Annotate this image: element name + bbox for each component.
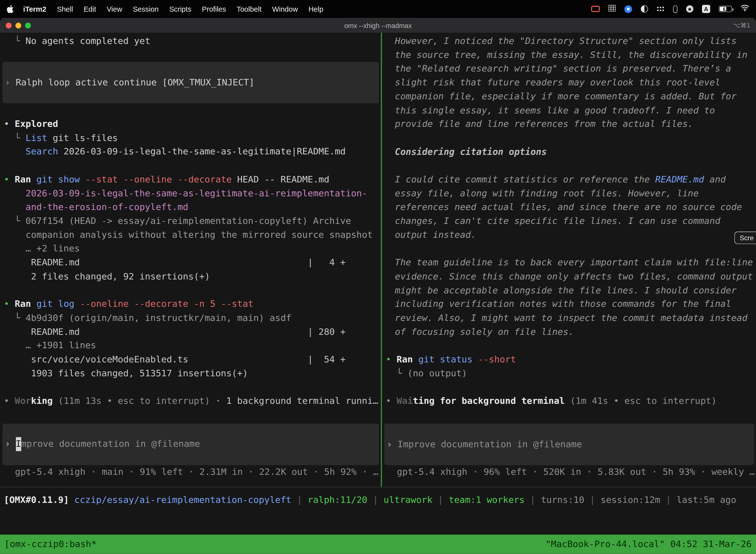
- more-lines-ellipsis: … +2 lines: [4, 242, 381, 256]
- diffstat-line: README.md | 280 +: [4, 325, 381, 339]
- bullet: •: [386, 396, 397, 406]
- reasoning-paragraph: However, I noticed the "Directory Struct…: [395, 34, 756, 131]
- omx-ralph-count: ralph:11/20: [308, 494, 367, 505]
- terminal: └ No agents completed yet › Ralph loop a…: [0, 33, 756, 554]
- blue-app-icon[interactable]: [624, 5, 632, 13]
- diffstat-line: README.md | 4 +: [4, 256, 381, 270]
- diffstat-summary: 1903 files changed, 513517 insertions(+): [4, 367, 381, 381]
- more-lines-ellipsis: … +1901 lines: [4, 339, 381, 353]
- omx-mode: ultrawork: [384, 494, 433, 505]
- commit-output-line: └ 067f154 (HEAD -> essay/ai-reimplementa…: [4, 214, 381, 228]
- diffstat-line: src/voice/voiceModeEnabled.ts | 54 +: [4, 353, 381, 367]
- menu-item-shell[interactable]: Shell: [52, 5, 78, 13]
- bullet: •: [4, 299, 15, 309]
- window-title: omx --xhigh --madmax: [0, 21, 756, 29]
- omx-session-time: session:12m: [601, 494, 660, 505]
- omx-version: [OMX#0.11.9]: [4, 494, 74, 505]
- pill-app-icon[interactable]: [673, 5, 677, 13]
- bullet: •: [386, 354, 397, 365]
- ralph-banner[interactable]: › Ralph loop active continue [OMX_TMUX_I…: [2, 62, 379, 104]
- menu-item-iterm2[interactable]: iTerm2: [18, 5, 52, 13]
- left-pane[interactable]: └ No agents completed yet › Ralph loop a…: [0, 33, 381, 487]
- prompt-chevron: ›: [387, 437, 397, 451]
- ralph-banner-text: Ralph loop active continue [OMX_TMUX_INJ…: [16, 76, 254, 90]
- ran-git-log-line: • Ran git log --oneline --decorate -n 5 …: [4, 297, 381, 311]
- text-cursor: I: [16, 437, 21, 451]
- omx-last-activity: last:5m ago: [677, 494, 737, 505]
- paw-app-icon[interactable]: [686, 5, 693, 12]
- reasoning-heading: Considering citation options: [395, 145, 756, 159]
- menu-item-edit[interactable]: Edit: [78, 5, 102, 13]
- contrast-circle-icon[interactable]: [641, 5, 648, 12]
- commit-output-line: └ 4b9d30f (origin/main, instructkr/main,…: [4, 311, 381, 325]
- essay-filename-line-1: 2026-03-09-is-legal-the-same-as-legitima…: [4, 186, 381, 200]
- tmux-status-bar: [omx-cczip0:bash* "MacBook-Pro-44.local"…: [0, 535, 756, 554]
- omx-team: team:1 workers: [449, 494, 524, 505]
- tree-connector: └: [4, 36, 26, 46]
- tmux-host-clock: "MacBook-Pro-44.local" 04:52 31-Mar-26: [546, 537, 752, 551]
- prompt-chevron: ›: [5, 437, 16, 451]
- prompt-chevron: ›: [5, 76, 16, 90]
- explored-line: • Explored: [4, 117, 381, 131]
- ran-git-status-line: • Ran git status --short: [386, 353, 756, 367]
- list-command-line: └ List git ls-files: [4, 131, 381, 145]
- screen: iTerm2 Shell Edit View Session Scripts P…: [0, 0, 756, 554]
- menu-item-toolbelt[interactable]: Toolbelt: [232, 5, 267, 13]
- apple-menu-icon[interactable]: [7, 4, 14, 13]
- omx-turns: turns:10: [541, 494, 584, 505]
- ran-git-show-line: • Ran git show --stat --oneline --decora…: [4, 173, 381, 187]
- menu-item-help[interactable]: Help: [303, 5, 329, 13]
- screen-share-button[interactable]: Scre: [735, 232, 756, 244]
- agents-note-line: └ No agents completed yet: [4, 34, 381, 48]
- waiting-status-line: • Waiting for background terminal (1m 41…: [386, 394, 756, 408]
- bullet: •: [4, 119, 15, 129]
- input-placeholder: mprove documentation in @filename: [21, 437, 200, 451]
- menu-item-window[interactable]: Window: [267, 5, 303, 13]
- tmux-session-window: [omx-cczip0:bash*: [4, 537, 97, 551]
- battery-percent: 61: [719, 6, 732, 11]
- menu-item-profiles[interactable]: Profiles: [197, 5, 232, 13]
- title-bar[interactable]: omx --xhigh --madmax ⌥⌘1: [0, 18, 756, 33]
- session-stats: gpt-5.4 xhigh · main · 91% left · 2.31M …: [4, 465, 381, 479]
- screen-recording-indicator-icon[interactable]: [591, 6, 600, 12]
- right-pane[interactable]: However, I noticed the "Directory Struct…: [382, 33, 756, 487]
- commit-output-line: companion analysis without altering the …: [4, 228, 381, 242]
- bullet: •: [4, 396, 15, 406]
- prompt-input[interactable]: › Improve documentation in @filename: [2, 424, 379, 465]
- omx-status-bar: [OMX#0.11.9] cczip/essay/ai-reimplementa…: [0, 487, 756, 507]
- essay-filename-line-2: and-the-erosion-of-copyleft.md: [4, 200, 381, 214]
- menu-item-scripts[interactable]: Scripts: [164, 5, 197, 13]
- working-status-line: • Working (11m 13s • esc to interrupt) ·…: [4, 394, 381, 408]
- grid-icon[interactable]: [609, 5, 616, 13]
- readme-link[interactable]: README.md: [655, 174, 704, 184]
- menu-bar: iTerm2 Shell Edit View Session Scripts P…: [0, 0, 756, 18]
- battery-nub: [732, 8, 734, 11]
- input-source-icon[interactable]: A: [702, 5, 710, 13]
- battery-icon[interactable]: 61: [719, 6, 732, 12]
- reasoning-paragraph: I could cite commit statistics or refere…: [395, 173, 756, 242]
- diffstat-summary: 2 files changed, 92 insertions(+): [4, 270, 381, 283]
- search-command-line: Search 2026-03-09-is-legal-the-same-as-l…: [4, 145, 381, 159]
- iterm-window: omx --xhigh --madmax ⌥⌘1 └ No agents com…: [0, 18, 756, 554]
- tree-connector: └: [4, 132, 26, 143]
- omx-branch: cczip/essay/ai-reimplementation-copyleft: [74, 494, 292, 505]
- bullet: •: [4, 174, 15, 184]
- command-output-line: └ (no output): [386, 367, 756, 381]
- window-shortcut-badge: ⌥⌘1: [733, 21, 756, 29]
- apps-grid-icon[interactable]: [657, 5, 665, 13]
- input-placeholder: Improve documentation in @filename: [397, 437, 582, 451]
- wifi-icon[interactable]: [741, 5, 749, 13]
- session-stats: gpt-5.4 xhigh · 96% left · 520K in · 5.8…: [386, 465, 756, 479]
- menu-item-session[interactable]: Session: [127, 5, 164, 13]
- prompt-input[interactable]: › Improve documentation in @filename: [384, 424, 754, 465]
- reasoning-paragraph: The team guideline is to back every impo…: [395, 256, 756, 339]
- menu-item-view[interactable]: View: [102, 5, 127, 13]
